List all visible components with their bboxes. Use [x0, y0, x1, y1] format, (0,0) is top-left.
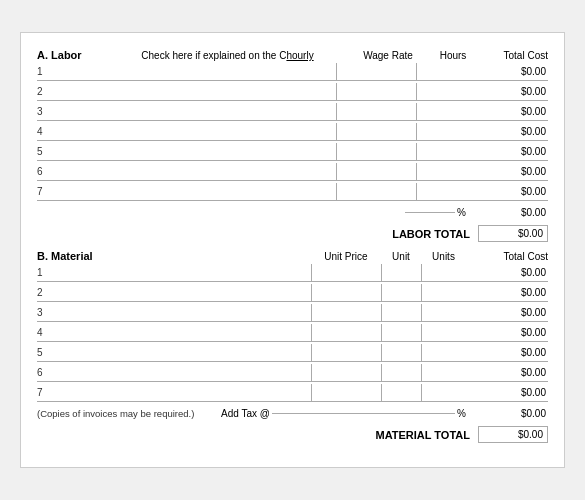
- labor-wage-field[interactable]: [336, 143, 416, 160]
- labor-row: 5 $0.00: [37, 143, 548, 161]
- labor-wage-field[interactable]: [336, 83, 416, 100]
- material-row: 3 $0.00: [37, 304, 548, 322]
- labor-pct-symbol: %: [457, 207, 466, 218]
- col-units-header: Units: [421, 251, 466, 262]
- material-footer-tax-label: Add Tax @: [221, 408, 270, 419]
- labor-hours-field[interactable]: [416, 183, 466, 200]
- labor-row: 1 $0.00: [37, 63, 548, 81]
- col-unit-header: Unit: [381, 251, 421, 262]
- material-units-field[interactable]: [421, 324, 466, 341]
- material-total-label: MATERIAL TOTAL: [375, 429, 470, 441]
- row-number: 5: [37, 146, 53, 157]
- material-row: 7 $0.00: [37, 384, 548, 402]
- material-footer-note: (Copies of invoices may be required.): [37, 408, 217, 419]
- labor-wage-field[interactable]: [336, 103, 416, 120]
- col-cost-header-a: Total Cost: [478, 50, 548, 61]
- material-row: 5 $0.00: [37, 344, 548, 362]
- material-cost-value: $0.00: [478, 347, 548, 358]
- labor-wage-field[interactable]: [336, 183, 416, 200]
- material-cost-value: $0.00: [478, 267, 548, 278]
- material-units-field[interactable]: [421, 384, 466, 401]
- material-units-field[interactable]: [421, 364, 466, 381]
- section-b-title: B. Material: [37, 250, 107, 262]
- material-unit-field[interactable]: [381, 304, 421, 321]
- labor-total-row: LABOR TOTAL $0.00: [37, 225, 548, 242]
- material-units-field[interactable]: [421, 344, 466, 361]
- material-cost-value: $0.00: [478, 307, 548, 318]
- labor-row: 6 $0.00: [37, 163, 548, 181]
- material-cost-value: $0.00: [478, 387, 548, 398]
- labor-cost-value: $0.00: [478, 86, 548, 97]
- labor-total-label: LABOR TOTAL: [392, 228, 470, 240]
- labor-cost-value: $0.00: [478, 186, 548, 197]
- material-unit-field[interactable]: [381, 324, 421, 341]
- labor-tax-pct-field[interactable]: [405, 212, 455, 213]
- col-wage-header: Wage Rate: [348, 50, 428, 61]
- labor-hours-field[interactable]: [416, 163, 466, 180]
- material-units-field[interactable]: [421, 284, 466, 301]
- labor-rows: 1 $0.00 2 $0.00 3 $0.00 4 $0.00 5: [37, 63, 548, 201]
- row-number: 6: [37, 367, 53, 378]
- material-unit-price-field[interactable]: [311, 384, 381, 401]
- material-unit-field[interactable]: [381, 364, 421, 381]
- row-number: 5: [37, 347, 53, 358]
- material-row: 1 $0.00: [37, 264, 548, 282]
- material-unit-field[interactable]: [381, 344, 421, 361]
- section-a-title: A. Labor: [37, 49, 107, 61]
- labor-header: A. Labor Check here if explained on the …: [37, 49, 548, 61]
- labor-tax-row: % $0.00: [37, 203, 548, 221]
- material-cost-value: $0.00: [478, 367, 548, 378]
- labor-cost-value: $0.00: [478, 146, 548, 157]
- material-tax-pct-field[interactable]: [272, 413, 455, 414]
- material-unit-field[interactable]: [381, 384, 421, 401]
- material-unit-price-field[interactable]: [311, 344, 381, 361]
- material-unit-price-field[interactable]: [311, 304, 381, 321]
- material-unit-price-field[interactable]: [311, 324, 381, 341]
- labor-cost-value: $0.00: [478, 126, 548, 137]
- material-pct-symbol: %: [457, 408, 466, 419]
- material-footer-cost: $0.00: [478, 408, 548, 419]
- material-unit-price-field[interactable]: [311, 364, 381, 381]
- page: A. Labor Check here if explained on the …: [20, 32, 565, 468]
- labor-hours-field[interactable]: [416, 143, 466, 160]
- material-header: B. Material Unit Price Unit Units Total …: [37, 250, 548, 262]
- row-number: 7: [37, 186, 53, 197]
- material-units-field[interactable]: [421, 304, 466, 321]
- material-unit-price-field[interactable]: [311, 284, 381, 301]
- row-number: 4: [37, 126, 53, 137]
- labor-wage-field[interactable]: [336, 123, 416, 140]
- row-number: 7: [37, 387, 53, 398]
- labor-hours-field[interactable]: [416, 123, 466, 140]
- labor-cost-value: $0.00: [478, 106, 548, 117]
- row-number: 1: [37, 267, 53, 278]
- labor-hours-field[interactable]: [416, 63, 466, 80]
- material-cost-value: $0.00: [478, 327, 548, 338]
- row-number: 1: [37, 66, 53, 77]
- labor-row: 3 $0.00: [37, 103, 548, 121]
- material-total-row: MATERIAL TOTAL $0.00: [37, 426, 548, 443]
- labor-cost-value: $0.00: [478, 166, 548, 177]
- material-unit-field[interactable]: [381, 264, 421, 281]
- row-number: 6: [37, 166, 53, 177]
- labor-tax-cost: $0.00: [478, 207, 548, 218]
- labor-hours-field[interactable]: [416, 83, 466, 100]
- col-cost-header-b: Total Cost: [478, 251, 548, 262]
- labor-wage-field[interactable]: [336, 63, 416, 80]
- material-total-value: $0.00: [478, 426, 548, 443]
- labor-row: 2 $0.00: [37, 83, 548, 101]
- row-number: 3: [37, 106, 53, 117]
- material-cost-value: $0.00: [478, 287, 548, 298]
- material-unit-field[interactable]: [381, 284, 421, 301]
- col-unit-price-header: Unit Price: [311, 251, 381, 262]
- material-rows: 1 $0.00 2 $0.00 3 $0.00 4 $0.00: [37, 264, 548, 402]
- labor-hours-field[interactable]: [416, 103, 466, 120]
- row-number: 3: [37, 307, 53, 318]
- material-unit-price-field[interactable]: [311, 264, 381, 281]
- material-footer-row: (Copies of invoices may be required.) Ad…: [37, 404, 548, 422]
- row-number: 2: [37, 86, 53, 97]
- labor-wage-field[interactable]: [336, 163, 416, 180]
- material-units-field[interactable]: [421, 264, 466, 281]
- material-row: 6 $0.00: [37, 364, 548, 382]
- labor-cost-value: $0.00: [478, 66, 548, 77]
- labor-row: 7 $0.00: [37, 183, 548, 201]
